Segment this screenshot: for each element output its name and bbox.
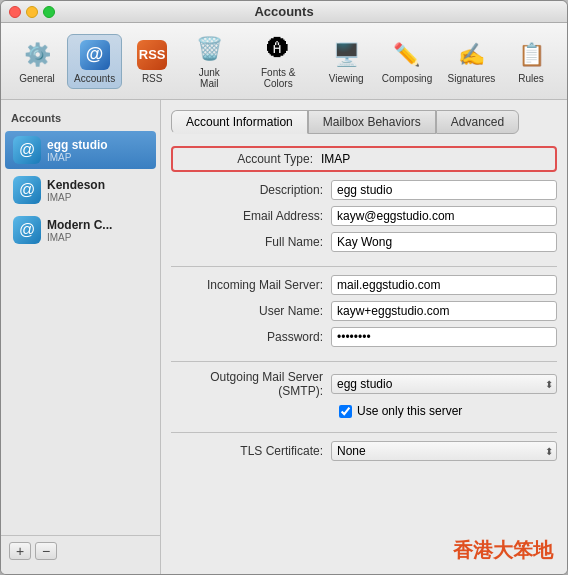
toolbar-item-signatures[interactable]: ✍️ Signatures: [442, 35, 501, 88]
general-icon: ⚙️: [21, 39, 53, 71]
accounts-icon: @: [79, 39, 111, 71]
password-row: Password:: [171, 327, 557, 347]
outgoing-server-select-wrapper: egg studio None ⬍: [331, 374, 557, 394]
account-type-section: Account Type: IMAP: [171, 146, 557, 172]
toolbar-item-composing[interactable]: ✏️ Composing: [376, 35, 438, 88]
tls-select-wrapper: None Certificate Authority Required ⬍: [331, 441, 557, 461]
description-input[interactable]: [331, 180, 557, 200]
divider-3: [171, 432, 557, 433]
outgoing-server-row: Outgoing Mail Server (SMTP): egg studio …: [171, 370, 557, 398]
toolbar-item-fonts-colors[interactable]: 🅐 Fonts & Colors: [240, 29, 316, 93]
sidebar-item-kendeson[interactable]: @ Kendeson IMAP: [5, 171, 156, 209]
tab-account-information[interactable]: Account Information: [171, 110, 308, 134]
fullname-row: Full Name:: [171, 232, 557, 252]
account-type-value: IMAP: [321, 152, 547, 166]
account-name-kendeson: Kendeson: [47, 178, 105, 192]
signatures-icon: ✍️: [455, 39, 487, 71]
toolbar-label-general: General: [19, 73, 55, 84]
divider-2: [171, 361, 557, 362]
use-only-label: Use only this server: [357, 404, 462, 418]
email-row: Email Address:: [171, 206, 557, 226]
outgoing-server-label: Outgoing Mail Server (SMTP):: [171, 370, 331, 398]
sidebar-item-modern-c[interactable]: @ Modern C... IMAP: [5, 211, 156, 249]
viewing-icon: 🖥️: [330, 39, 362, 71]
incoming-server-label: Incoming Mail Server:: [171, 278, 331, 292]
toolbar-label-composing: Composing: [382, 73, 433, 84]
tab-bar: Account Information Mailbox Behaviors Ad…: [171, 110, 557, 134]
description-row: Description:: [171, 180, 557, 200]
account-icon-modern-c: @: [13, 216, 41, 244]
toolbar-item-general[interactable]: ⚙️ General: [11, 35, 63, 88]
tab-mailbox-behaviors[interactable]: Mailbox Behaviors: [308, 110, 436, 134]
account-type-modern-c: IMAP: [47, 232, 112, 243]
add-account-button[interactable]: +: [9, 542, 31, 560]
toolbar-label-fonts-colors: Fonts & Colors: [248, 67, 308, 89]
password-label: Password:: [171, 330, 331, 344]
account-name-modern-c: Modern C...: [47, 218, 112, 232]
main-area: Accounts @ egg studio IMAP @ Kendeson IM…: [1, 100, 567, 574]
junk-mail-icon: 🗑️: [193, 33, 225, 65]
minimize-button[interactable]: [26, 6, 38, 18]
composing-icon: ✏️: [391, 39, 423, 71]
rules-icon: 📋: [515, 39, 547, 71]
watermark: 香港大笨地: [453, 537, 553, 564]
email-label: Email Address:: [171, 209, 331, 223]
description-label: Description:: [171, 183, 331, 197]
username-input[interactable]: [331, 301, 557, 321]
fullname-input[interactable]: [331, 232, 557, 252]
sidebar-item-egg-studio[interactable]: @ egg studio IMAP: [5, 131, 156, 169]
maximize-button[interactable]: [43, 6, 55, 18]
toolbar-item-rules[interactable]: 📋 Rules: [505, 35, 557, 88]
username-label: User Name:: [171, 304, 331, 318]
toolbar-item-junk-mail[interactable]: 🗑️ Junk Mail: [182, 29, 236, 93]
fonts-colors-icon: 🅐: [262, 33, 294, 65]
main-window: Accounts ⚙️ General @ Accounts RSS RSS 🗑…: [0, 0, 568, 575]
content-panel: Account Information Mailbox Behaviors Ad…: [161, 100, 567, 574]
sidebar-title: Accounts: [1, 108, 160, 130]
rss-icon: RSS: [136, 39, 168, 71]
account-type-kendeson: IMAP: [47, 192, 105, 203]
tls-label: TLS Certificate:: [171, 444, 331, 458]
account-type-label: Account Type:: [181, 152, 321, 166]
close-button[interactable]: [9, 6, 21, 18]
window-title: Accounts: [254, 4, 313, 19]
incoming-server-input[interactable]: [331, 275, 557, 295]
password-input[interactable]: [331, 327, 557, 347]
sidebar-footer: + −: [1, 535, 160, 566]
email-input[interactable]: [331, 206, 557, 226]
toolbar-item-rss[interactable]: RSS RSS: [126, 35, 178, 88]
toolbar-label-signatures: Signatures: [448, 73, 496, 84]
incoming-server-row: Incoming Mail Server:: [171, 275, 557, 295]
account-type-egg-studio: IMAP: [47, 152, 108, 163]
username-row: User Name:: [171, 301, 557, 321]
account-icon-egg-studio: @: [13, 136, 41, 164]
toolbar-label-junk-mail: Junk Mail: [190, 67, 228, 89]
toolbar-label-rss: RSS: [142, 73, 163, 84]
toolbar-label-accounts: Accounts: [74, 73, 115, 84]
outgoing-server-select[interactable]: egg studio None: [331, 374, 557, 394]
account-icon-kendeson: @: [13, 176, 41, 204]
titlebar: Accounts: [1, 1, 567, 23]
tab-advanced[interactable]: Advanced: [436, 110, 519, 134]
toolbar-item-viewing[interactable]: 🖥️ Viewing: [320, 35, 372, 88]
divider-1: [171, 266, 557, 267]
traffic-lights: [9, 6, 55, 18]
tls-row: TLS Certificate: None Certificate Author…: [171, 441, 557, 461]
toolbar-label-viewing: Viewing: [329, 73, 364, 84]
toolbar: ⚙️ General @ Accounts RSS RSS 🗑️ Junk Ma…: [1, 23, 567, 100]
toolbar-label-rules: Rules: [518, 73, 544, 84]
account-name-egg-studio: egg studio: [47, 138, 108, 152]
use-only-checkbox[interactable]: [339, 405, 352, 418]
tls-select[interactable]: None Certificate Authority Required: [331, 441, 557, 461]
fullname-label: Full Name:: [171, 235, 331, 249]
use-only-row: Use only this server: [339, 404, 557, 418]
sidebar: Accounts @ egg studio IMAP @ Kendeson IM…: [1, 100, 161, 574]
toolbar-item-accounts[interactable]: @ Accounts: [67, 34, 122, 89]
remove-account-button[interactable]: −: [35, 542, 57, 560]
